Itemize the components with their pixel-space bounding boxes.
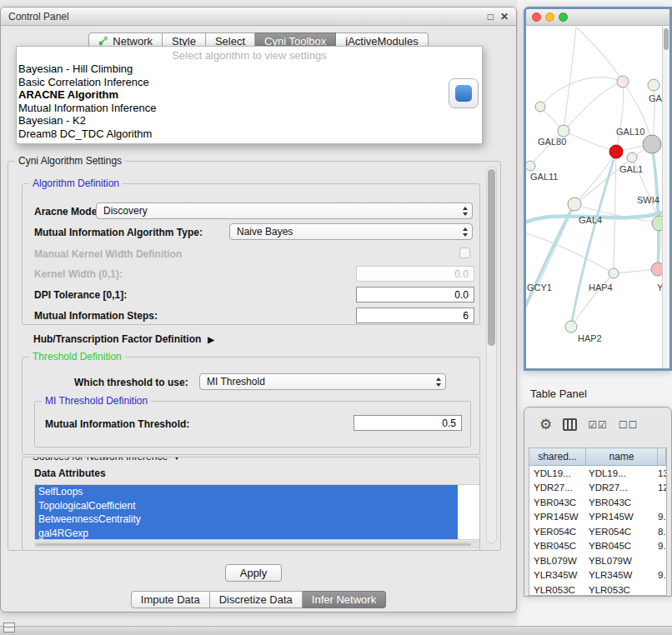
- attribute-item-selected[interactable]: SelfLoops: [35, 485, 458, 499]
- table-row[interactable]: YBR043C YBR043C: [529, 495, 666, 510]
- control-panel-titlebar[interactable]: Control Panel □ ✕: [1, 8, 516, 26]
- attribute-list-hscrollbar[interactable]: [34, 542, 480, 548]
- network-node-selected[interactable]: [609, 145, 623, 158]
- dropdown-item[interactable]: Bayesian - Hill Climbing: [17, 62, 482, 76]
- table-row[interactable]: YDL19... YDL19... 13: [529, 466, 666, 481]
- column-header[interactable]: shared...: [529, 448, 586, 465]
- attribute-list: SelfLoops TopologicalCoefficient Between…: [34, 484, 480, 540]
- network-vscrollbar[interactable]: [662, 27, 669, 368]
- close-icon[interactable]: ✕: [500, 12, 509, 22]
- network-icon: [98, 36, 108, 46]
- table-row[interactable]: YPR145W YPR145W 9.: [529, 510, 666, 525]
- network-node[interactable]: [627, 152, 637, 162]
- network-node[interactable]: [609, 268, 619, 278]
- column-header[interactable]: name: [586, 448, 658, 465]
- data-attributes-label: Data Attributes: [34, 468, 106, 479]
- manual-kernel-label: Manual Kernel Width Definition: [34, 248, 182, 260]
- table-panel-window: ⚙ ☑☑ ☐☐ shared... name YDL19... YDL19...…: [524, 407, 672, 597]
- columns-icon[interactable]: [563, 418, 577, 431]
- tab-label: Impute Data: [141, 593, 200, 606]
- select-all-columns-icon[interactable]: ☑☑: [588, 419, 608, 431]
- zoom-traffic-light[interactable]: [559, 12, 568, 22]
- network-node[interactable]: [651, 262, 662, 276]
- network-node[interactable]: [526, 161, 535, 171]
- sources-group-toggle[interactable]: Sources for Network Inference ▼: [29, 457, 184, 462]
- mi-steps-field[interactable]: 6: [356, 308, 474, 323]
- cell: YER054C: [529, 527, 586, 537]
- algorithm-help-button[interactable]: [449, 78, 479, 108]
- collapsed-arrow-icon[interactable]: ▶: [208, 335, 214, 344]
- minimize-traffic-light[interactable]: [545, 12, 554, 22]
- cell: YBL079W: [586, 556, 658, 566]
- network-node[interactable]: [568, 198, 581, 211]
- attribute-item-selected[interactable]: TopologicalCoefficient: [35, 499, 458, 513]
- tab-label: Infer Network: [312, 593, 376, 606]
- network-window-titlebar[interactable]: [526, 9, 669, 26]
- dropdown-item[interactable]: Dream8 DC_TDC Algorithm: [17, 128, 482, 141]
- network-node[interactable]: [643, 135, 661, 153]
- table-row[interactable]: YBL079W YBL079W: [529, 553, 666, 568]
- dropdown-prompt: Select algorithm to view settings: [17, 48, 482, 62]
- which-threshold-combo[interactable]: MI Threshold: [199, 373, 446, 390]
- cell: YLR053C: [529, 585, 586, 595]
- expanded-arrow-icon[interactable]: ▼: [173, 457, 181, 462]
- cell: YPR145W: [586, 512, 658, 522]
- gear-icon[interactable]: ⚙: [539, 418, 552, 432]
- column-header[interactable]: [658, 448, 666, 465]
- cyni-settings-group: Cyni Algorithm Settings Algorithm Defini…: [8, 161, 501, 551]
- settings-scrollbar-thumb[interactable]: [488, 169, 495, 346]
- network-node[interactable]: [565, 321, 577, 332]
- combo-value: Naive Bayes: [237, 226, 293, 238]
- settings-scrollbar[interactable]: [486, 167, 497, 543]
- cell: YBR045C: [586, 541, 658, 551]
- dropdown-item-selected[interactable]: ARACNE Algorithm: [17, 88, 482, 102]
- kernel-width-field[interactable]: 0.0: [356, 266, 474, 282]
- mi-type-combo[interactable]: Naive Bayes: [229, 223, 473, 240]
- float-icon[interactable]: □: [488, 12, 494, 22]
- cell: 13: [658, 468, 666, 478]
- network-node[interactable]: [652, 216, 662, 231]
- cell: YPR145W: [529, 512, 586, 522]
- cell: YBR043C: [529, 498, 586, 508]
- hscrollbar-thumb[interactable]: [36, 543, 471, 546]
- tab-infer-network[interactable]: Infer Network: [303, 591, 386, 608]
- hub-section-toggle[interactable]: Hub/Transcription Factor Definition ▶: [33, 333, 214, 345]
- network-vscrollbar-thumb[interactable]: [664, 28, 669, 50]
- dropdown-item[interactable]: Bayesian - K2: [17, 114, 482, 128]
- network-node[interactable]: [558, 125, 569, 137]
- table-row[interactable]: YLR345W YLR345W 9.: [529, 568, 666, 583]
- network-view-window: GAL80 GAL10 GAL11 GAL1 SWI4 GAL4 GCY1 HA…: [524, 7, 672, 371]
- tab-discretize-data[interactable]: Discretize Data: [210, 591, 303, 608]
- panel-corner-icon[interactable]: [3, 622, 15, 632]
- tab-impute-data[interactable]: Impute Data: [131, 591, 210, 608]
- deselect-all-columns-icon[interactable]: ☐☐: [619, 419, 639, 431]
- cell: 12: [658, 482, 666, 492]
- group-title: Cyni Algorithm Settings: [15, 155, 125, 167]
- table-row[interactable]: YER054C YER054C 8.: [529, 524, 666, 539]
- table-panel-title: Table Panel: [530, 388, 587, 400]
- attribute-item-selected[interactable]: BetweennessCentrality: [35, 512, 458, 527]
- aracne-mode-combo[interactable]: Discovery: [96, 202, 473, 219]
- cell: YDR27...: [586, 482, 658, 492]
- node-label: GAL10: [616, 127, 644, 137]
- table-row[interactable]: YLR053C YLR053C: [529, 582, 666, 596]
- dropdown-item[interactable]: Mutual Information Inference: [17, 102, 482, 115]
- node-label: GAL: [649, 93, 662, 103]
- network-node[interactable]: [617, 76, 629, 88]
- network-node[interactable]: [535, 102, 545, 112]
- table-row[interactable]: YDR27... YDR27... 12: [529, 481, 666, 496]
- node-table: shared... name YDL19... YDL19... 13 YDR2…: [529, 448, 667, 596]
- network-canvas[interactable]: GAL80 GAL10 GAL11 GAL1 SWI4 GAL4 GCY1 HA…: [526, 27, 662, 368]
- close-traffic-light[interactable]: [532, 12, 541, 22]
- mi-threshold-field[interactable]: 0.5: [354, 415, 462, 431]
- dropdown-item[interactable]: Basic Correlation Inference: [17, 76, 482, 89]
- network-graph: GAL80 GAL10 GAL11 GAL1 SWI4 GAL4 GCY1 HA…: [526, 27, 662, 368]
- manual-kernel-checkbox[interactable]: [459, 248, 470, 258]
- network-node[interactable]: [648, 79, 659, 91]
- dpi-tolerance-field[interactable]: 0.0: [356, 287, 474, 302]
- apply-button[interactable]: Apply: [225, 564, 282, 582]
- group-title: Threshold Definition: [29, 351, 125, 362]
- attribute-item-selected[interactable]: gal4RGexp: [35, 527, 458, 541]
- mi-threshold-label: Mutual Information Threshold:: [45, 418, 189, 430]
- table-row[interactable]: YBR045C YBR045C 9.: [529, 539, 666, 554]
